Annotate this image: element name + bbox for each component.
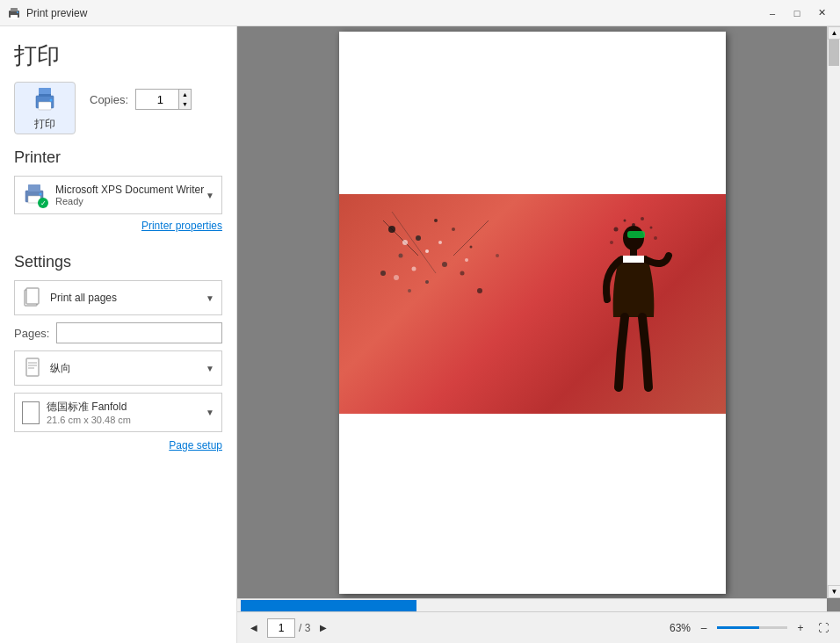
zoom-slider-track [759,626,787,629]
copies-increment[interactable]: ▲ [178,90,191,99]
svg-point-50 [649,226,652,228]
svg-point-48 [641,217,644,220]
svg-point-25 [469,245,472,248]
paper-size-icon [22,401,40,424]
doc-bottom-margin [339,414,726,594]
svg-point-22 [398,253,402,257]
svg-point-28 [442,262,447,267]
svg-rect-16 [26,358,39,376]
print-button-label: 打印 [34,117,55,132]
close-button[interactable]: ✕ [810,4,833,22]
next-page-button[interactable]: ▶ [314,618,333,638]
copies-label: Copies: [90,93,128,106]
svg-rect-2 [11,15,18,19]
print-heading: 打印 [14,40,222,71]
zoom-slider[interactable] [717,626,787,629]
svg-point-40 [394,275,399,280]
orientation-icon-svg [24,358,41,379]
svg-point-39 [438,241,442,244]
svg-point-26 [408,289,411,293]
zoom-out-button[interactable]: – [694,618,713,638]
printer-info: Microsoft XPS Document Writer Ready [55,184,206,206]
app-icon [7,6,21,20]
settings-section-title: Settings [14,253,222,271]
vertical-scrollbar: ▲ ▼ [827,26,840,598]
paper-name: 德国标准 Fanfold [47,400,206,415]
svg-point-29 [425,280,429,284]
preview-area: ▲ ▼ [237,26,840,598]
svg-point-13 [40,193,42,196]
svg-point-21 [434,219,438,222]
print-pages-label: Print all pages [50,292,206,304]
ready-indicator: ✓ [38,198,48,208]
printer-section-title: Printer [14,148,222,167]
printer-status: Ready [55,196,206,206]
minimize-button[interactable]: – [761,4,784,22]
paper-info: 德国标准 Fanfold 21.6 cm x 30.48 cm [47,400,206,425]
scroll-down-arrow[interactable]: ▼ [828,585,840,598]
bottom-navigation-bar: ◀ / 3 ▶ 63% – + ⛶ [237,611,840,643]
svg-rect-11 [28,184,40,191]
printer-dropdown[interactable]: ✓ Microsoft XPS Document Writer Ready ▼ [14,176,222,214]
page-total: / 3 [299,622,310,634]
zoom-in-button[interactable]: + [791,618,810,638]
pages-label: Pages: [14,327,49,340]
paper-dropdown[interactable]: 德国标准 Fanfold 21.6 cm x 30.48 cm ▼ [14,393,222,432]
zoom-slider-wrap [717,626,787,629]
copies-input-wrap: ▲ ▼ [135,89,192,110]
pages-icon [22,287,43,308]
h-scroll-thumb[interactable] [241,600,416,611]
svg-line-35 [453,220,489,256]
scroll-up-arrow[interactable]: ▲ [828,26,840,40]
printer-dropdown-arrow: ▼ [206,191,214,200]
svg-line-34 [392,212,436,273]
orientation-label: 纵向 [50,361,206,376]
printer-icon-wrap: ✓ [22,182,48,208]
window-title: Print preview [26,7,761,19]
maximize-button[interactable]: □ [786,4,808,22]
pages-row: Pages: [14,322,222,343]
orientation-icon [22,358,43,379]
settings-section: Settings Print all pages ▼ Pages: [14,253,222,452]
printer-name: Microsoft XPS Document Writer [55,184,206,196]
window-controls: – □ ✕ [761,4,833,22]
horizontal-scrollbar [237,598,827,611]
svg-rect-1 [11,8,18,11]
print-pages-dropdown[interactable]: Print all pages ▼ [14,280,222,315]
scroll-thumb[interactable] [829,40,839,66]
copies-spinners: ▲ ▼ [178,90,191,109]
pages-input[interactable] [56,322,222,343]
fit-page-button[interactable]: ⛶ [814,618,833,638]
prev-page-button[interactable]: ◀ [244,618,264,638]
svg-point-8 [50,98,53,101]
printer-icon [31,85,59,113]
orientation-dropdown[interactable]: 纵向 ▼ [14,350,222,386]
svg-point-49 [613,227,618,231]
right-area: ▲ ▼ ◀ / 3 ▶ 63% – + ⛶ [237,26,840,643]
printer-properties-link[interactable]: Printer properties [14,220,222,232]
svg-rect-43 [630,249,637,256]
svg-rect-15 [26,288,39,304]
svg-rect-45 [623,256,644,263]
current-page-input[interactable] [267,618,295,638]
title-bar: Print preview – □ ✕ [0,0,840,26]
print-pages-arrow: ▼ [206,293,214,303]
svg-point-20 [416,235,421,241]
svg-point-24 [380,271,386,276]
copies-input[interactable] [136,90,178,109]
paper-dimensions: 21.6 cm x 30.48 cm [47,415,206,425]
scroll-track [828,66,840,585]
svg-point-37 [425,249,429,253]
doc-image [339,194,726,414]
paper-dropdown-arrow: ▼ [206,408,214,417]
svg-point-52 [654,236,657,240]
svg-point-30 [460,271,464,275]
doc-top-margin [339,32,726,194]
figure-silhouette [594,212,673,414]
print-button[interactable]: 打印 [14,82,76,134]
copies-row: Copies: ▲ ▼ [90,89,192,110]
copies-decrement[interactable]: ▼ [178,99,191,109]
orientation-arrow: ▼ [206,364,214,373]
page-setup-link[interactable]: Page setup [14,439,222,452]
svg-point-41 [465,258,468,262]
